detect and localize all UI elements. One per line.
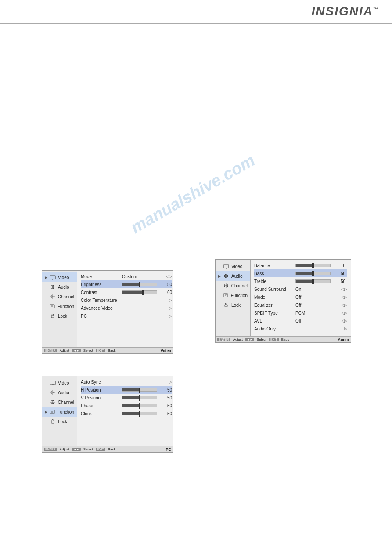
pc-channel-icon [49, 399, 56, 405]
bass-value: 50 [332, 271, 345, 276]
sidebar-item-video[interactable]: ▶ Video [42, 272, 77, 282]
function-icon [49, 303, 56, 309]
pc-sidebar-item-function[interactable]: ▶ Function [42, 407, 77, 417]
treble-slider[interactable] [295, 279, 331, 283]
svg-rect-9 [50, 305, 54, 308]
hpos-slider[interactable] [122, 388, 157, 392]
svg-rect-0 [50, 276, 55, 279]
pc-sidebar-item-audio[interactable]: ▶ Audio [42, 388, 77, 397]
bass-label: Bass [254, 271, 294, 276]
audio-row-equalizer: Equalizer Off ◁▷ [254, 301, 347, 309]
svg-rect-38 [51, 421, 54, 423]
brightness-slider[interactable] [122, 283, 157, 286]
sidebar-item-audio[interactable]: ▶ Audio [42, 282, 77, 292]
footer-divider [0, 546, 392, 546]
video-row-contrast: Contrast 60 [81, 288, 172, 296]
mode-label: Mode [81, 274, 120, 279]
audio-row-sound-surround: Sound Surround On ◁▷ [254, 285, 347, 293]
sidebar-label-function: Function [58, 304, 74, 309]
phase-value: 50 [159, 403, 172, 408]
svg-point-18 [226, 276, 227, 276]
channel-icon [49, 294, 56, 300]
audio-sidebar-label-channel: Channel [231, 283, 248, 288]
video-menu-content: Mode Custom ◁▷ Brightness 50 Contrast 60… [77, 271, 176, 353]
footer-adjust: Adjust [60, 348, 69, 352]
pc-tv-icon [49, 380, 56, 386]
svg-rect-26 [50, 381, 55, 385]
treble-value: 50 [332, 279, 345, 284]
audio-sidebar-label-function: Function [231, 293, 248, 298]
avl-label: AVL [254, 319, 294, 323]
audio-row-mode: Mode Off ◁▷ [254, 293, 347, 301]
audio-row-treble: Treble 50 [254, 277, 347, 285]
audio-sidebar-item-lock[interactable]: ▶ Lock [216, 300, 250, 310]
vpos-slider[interactable] [122, 396, 157, 399]
sound-surround-arrow: ◁▷ [341, 287, 347, 291]
audio-function-icon [223, 292, 229, 298]
audio-footer-select: Select [257, 337, 266, 341]
treble-label: Treble [254, 279, 294, 284]
brightness-label: Brightness [81, 282, 120, 287]
pc-row-clock: Clock 50 [81, 410, 172, 417]
balance-slider[interactable] [295, 264, 331, 267]
pc-footer-adjust: Adjust [60, 447, 69, 451]
audio-sidebar-item-channel[interactable]: ▶ Channel [216, 281, 250, 290]
audio-only-label: Audio Only [254, 326, 294, 331]
audio-sidebar-item-function[interactable]: ▶ Function [216, 290, 250, 300]
video-menu-sidebar: ▶ Video ▶ Audio ▶ Channel ▶ Function [42, 271, 77, 353]
pc-sidebar-item-channel[interactable]: ▶ Channel [42, 397, 77, 407]
pc-footer-back: Back [108, 447, 116, 451]
audio-sidebar-item-audio[interactable]: ▶ Audio [216, 271, 250, 281]
sidebar-item-lock[interactable]: ▶ Lock [42, 311, 77, 321]
svg-point-5 [52, 287, 53, 287]
advanced-video-label: Advanced Video [81, 306, 120, 311]
audio-menu-sidebar: ▶ Video ▶ Audio ▶ Channel ▶ Function [216, 260, 251, 342]
bass-slider[interactable] [295, 272, 331, 275]
footer-back: Back [108, 348, 116, 352]
sidebar-item-channel[interactable]: ▶ Channel [42, 292, 77, 301]
advanced-video-arrow: ▷ [169, 306, 172, 310]
audio-footer-back: Back [281, 337, 289, 341]
sidebar-label-channel: Channel [58, 294, 74, 299]
tv-icon [49, 274, 56, 280]
exit-key: EXIT [96, 349, 105, 352]
autosync-arrow: ▷ [169, 380, 172, 384]
sound-surround-label: Sound Surround [254, 287, 294, 292]
brand-name: INSIGNIA [312, 4, 373, 18]
pc-menu-panel: ▶ Video ▶ Audio ▶ Channel ▶ Function [42, 376, 173, 453]
sidebar-label-lock: Lock [58, 314, 67, 319]
color-temp-label: Color Temperature [81, 298, 120, 303]
audio-menu-panel: ▶ Video ▶ Audio ▶ Channel ▶ Function [215, 259, 351, 343]
audio-tv-icon [223, 263, 230, 269]
audio-speaker-icon [223, 273, 230, 279]
svg-rect-13 [223, 265, 229, 268]
contrast-slider[interactable] [122, 290, 157, 294]
clock-label: Clock [81, 411, 120, 416]
pc-label: PC [81, 314, 120, 319]
pc-sidebar-item-video[interactable]: ▶ Video [42, 378, 77, 388]
avl-arrow: ◁▷ [341, 319, 347, 323]
spdif-arrow: ◁▷ [341, 311, 347, 315]
clock-slider[interactable] [122, 412, 157, 415]
audio-row-avl: AVL Off ◁▷ [254, 317, 347, 325]
pc-function-icon [49, 409, 56, 415]
phase-label: Phase [81, 403, 120, 408]
pc-footer-select: Select [83, 447, 93, 451]
video-menu-panel: ▶ Video ▶ Audio ▶ Channel ▶ Function [42, 270, 173, 354]
color-temp-arrow: ▷ [169, 298, 172, 302]
audio-arrow-key: ◄► [245, 338, 254, 341]
video-footer: ENTER Adjust ◄► Select EXIT Back Video [42, 347, 173, 353]
pc-sidebar-item-lock[interactable]: ▶ Lock [42, 417, 77, 426]
autosync-label: Auto Sync [81, 380, 120, 385]
phase-slider[interactable] [122, 404, 157, 407]
speaker-icon [49, 284, 56, 290]
balance-value: 0 [332, 263, 345, 268]
contrast-value: 60 [159, 290, 172, 295]
sidebar-item-function[interactable]: ▶ Function [42, 301, 77, 311]
audio-sidebar-item-video[interactable]: ▶ Video [216, 261, 250, 271]
audio-mode-arrow: ◁▷ [341, 295, 347, 299]
audio-sidebar-label-video: Video [231, 264, 242, 269]
video-row-brightness: Brightness 50 [81, 280, 172, 288]
audio-mode-label: Mode [254, 295, 294, 300]
panel-tab-label-pc: PC [165, 447, 171, 452]
